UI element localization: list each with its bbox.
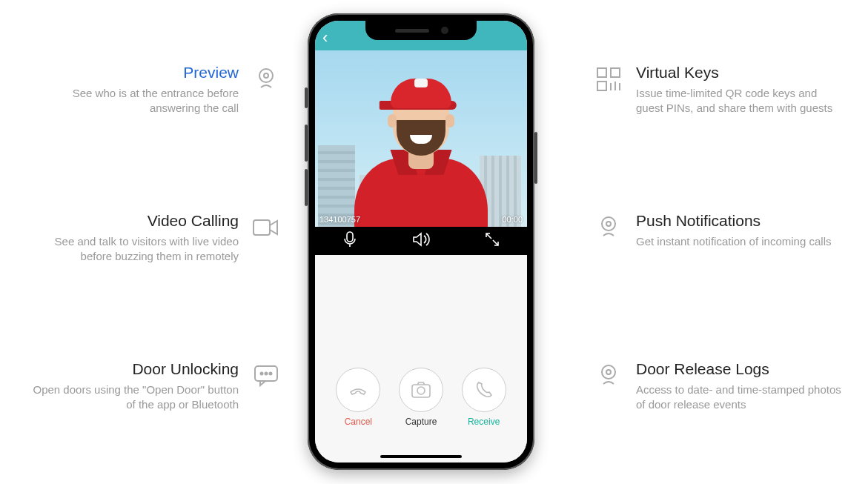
feature-desc: See who is at the entrance before answer… (22, 86, 239, 116)
feature-virtual-keys: Virtual Keys Issue time-limited QR code … (593, 64, 845, 116)
svg-point-5 (265, 373, 268, 375)
svg-point-16 (606, 370, 611, 374)
feature-title: Door Unlocking (22, 360, 239, 378)
svg-point-6 (270, 373, 272, 375)
feature-title: Push Notifications (636, 212, 845, 230)
svg-point-15 (602, 365, 615, 379)
feature-video-calling: Video Calling See and talk to visitors w… (22, 212, 282, 265)
video-icon (251, 212, 282, 243)
capture-label: Capture (405, 417, 437, 427)
feature-door-unlocking: Door Unlocking Open doors using the "Ope… (22, 360, 282, 413)
svg-point-4 (261, 373, 263, 375)
phone-mockup: ‹ 134100757 00:00 (308, 13, 534, 470)
receive-label: Receive (468, 417, 500, 427)
back-icon[interactable]: ‹ (322, 30, 328, 46)
camera-icon (593, 212, 624, 243)
feature-title: Virtual Keys (636, 64, 845, 82)
svg-rect-8 (611, 68, 620, 77)
feature-title: Preview (22, 64, 239, 82)
svg-rect-7 (597, 68, 606, 77)
feature-desc: Get instant notification of incoming cal… (636, 234, 845, 249)
call-timer: 00:00 (502, 215, 523, 224)
cancel-label: Cancel (345, 417, 372, 427)
phone-notch (365, 21, 477, 40)
visitor-image (347, 71, 495, 227)
qr-icon (593, 64, 624, 95)
svg-point-13 (602, 217, 615, 231)
mic-icon[interactable] (342, 231, 358, 251)
call-actions-area: Cancel Capture Receive (315, 255, 527, 463)
camera-icon (251, 64, 282, 95)
phone-screen: ‹ 134100757 00:00 (315, 21, 527, 463)
video-controls (315, 227, 527, 255)
home-indicator (380, 455, 462, 458)
svg-point-0 (259, 69, 273, 82)
feature-desc: Open doors using the "Open Door" button … (22, 382, 239, 413)
svg-rect-2 (254, 220, 270, 235)
camera-icon (593, 360, 624, 391)
svg-point-14 (606, 222, 611, 226)
cancel-button[interactable]: Cancel (336, 368, 380, 427)
message-icon (251, 360, 282, 391)
caller-id: 134100757 (319, 215, 360, 224)
feature-door-release-logs: Door Release Logs Access to date- and ti… (593, 360, 845, 413)
svg-point-19 (417, 387, 425, 394)
speaker-icon[interactable] (411, 231, 431, 251)
svg-rect-17 (347, 232, 353, 242)
feature-desc: Issue time-limited QR code keys and gues… (636, 86, 845, 116)
feature-desc: Access to date- and time-stamped photos … (636, 382, 845, 413)
svg-rect-9 (597, 82, 606, 90)
capture-button[interactable]: Capture (399, 368, 443, 427)
receive-button[interactable]: Receive (462, 368, 506, 427)
fullscreen-icon[interactable] (484, 231, 500, 251)
feature-push-notifications: Push Notifications Get instant notificat… (593, 212, 845, 249)
feature-preview: Preview See who is at the entrance befor… (22, 64, 282, 116)
feature-desc: See and talk to visitors with live video… (22, 234, 239, 265)
video-preview: 134100757 00:00 (315, 50, 527, 227)
feature-title: Video Calling (22, 212, 239, 230)
svg-point-1 (264, 73, 268, 78)
feature-title: Door Release Logs (636, 360, 845, 378)
